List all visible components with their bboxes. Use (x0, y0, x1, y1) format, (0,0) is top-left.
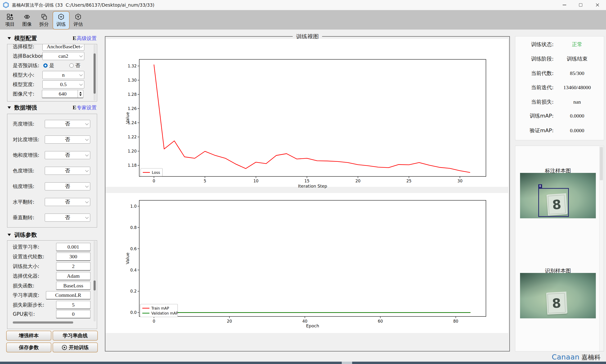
gpu-index-input[interactable]: 0 (56, 310, 90, 318)
field-row: 训练批大小: 2 (7, 262, 97, 270)
status-value-stage: 训练结束 (554, 55, 601, 63)
save-params-button[interactable]: 保存参数 (6, 342, 51, 352)
scrollbar-thumb[interactable] (94, 53, 96, 94)
scrollbar-thumb[interactable] (94, 281, 96, 290)
chevron-down-icon (85, 200, 89, 203)
model-select-dropdown[interactable]: AnchorBaseDet (42, 44, 84, 51)
tab-project[interactable]: 项目 (1, 11, 18, 30)
radio-label-yes: 是 (49, 62, 54, 69)
status-label: 当前迭代: (518, 84, 554, 91)
scrollbar-thumb[interactable] (600, 147, 603, 180)
spin-down-icon (79, 94, 82, 96)
input-value: 300 (69, 254, 77, 260)
saturation-dropdown[interactable]: 否 (45, 151, 90, 159)
button-label: 学习率曲线 (63, 332, 88, 339)
taskbar-item[interactable] (342, 362, 352, 364)
augment-sample-button[interactable]: 增强样本 (6, 331, 51, 341)
vflip-dropdown[interactable]: 否 (45, 214, 90, 222)
field-label: 选择优化器: (13, 273, 39, 279)
input-value: 5 (72, 302, 75, 308)
section-model-config-header: 模型配置 E 高级设置 (4, 35, 96, 42)
lr-curve-button[interactable]: 学习率曲线 (53, 331, 98, 341)
collapse-arrow-icon[interactable] (8, 37, 11, 39)
map-figure-canvas (106, 193, 508, 333)
train-params-scrollbar[interactable] (94, 241, 96, 321)
recognized-sample-image: 8 (520, 273, 596, 318)
status-label: 验证mAP: (518, 127, 554, 134)
loss-refresh-step-input[interactable]: 5 (56, 301, 90, 309)
status-value-val-map: 0.0000 (554, 128, 601, 134)
tab-split[interactable]: 拆分 (36, 11, 53, 30)
field-row: 模型大小: n (7, 71, 97, 79)
dropdown-value: 否 (65, 183, 70, 190)
status-row: 训练mAP: 0.0000 (518, 112, 601, 119)
status-value-state: 正常 (554, 41, 601, 48)
field-row-pretrain: 是否预训练: 是 否 (7, 62, 97, 69)
batch-size-input[interactable]: 2 (56, 262, 90, 271)
loss-function-input[interactable]: BaseLoss (56, 282, 90, 290)
minimize-button[interactable] (557, 0, 572, 10)
field-row: 损失函数: BaseLoss (7, 282, 97, 290)
lr-scheduler-input[interactable]: CommonLR (46, 291, 90, 299)
brightness-dropdown[interactable]: 否 (45, 120, 90, 128)
tab-image-label: 图像 (22, 21, 32, 27)
app-logo-icon (3, 2, 9, 8)
sharpness-dropdown[interactable]: 否 (45, 182, 90, 190)
input-value: 0 (72, 311, 75, 317)
field-row: 选择模型: AnchorBaseDet (7, 44, 97, 51)
optimizer-input[interactable]: Adam (56, 272, 90, 280)
main-toolbar: 项目 图像 拆分 训练 (0, 10, 606, 30)
restore-button[interactable] (573, 0, 588, 10)
status-label: 训练mAP: (518, 112, 554, 119)
expert-settings-link[interactable]: E 专家设置 (73, 104, 96, 111)
annotated-sample-image: 8 8 (520, 173, 596, 218)
section-title: 训练参数 (14, 231, 37, 239)
pretrain-no-radio[interactable] (69, 63, 74, 68)
status-label: 训练阶段: (518, 55, 554, 63)
spinbox-arrows[interactable] (78, 90, 83, 98)
chevron-down-icon (85, 122, 89, 125)
status-value-epoch: 85/300 (554, 70, 601, 76)
field-label: 学习率调度: (13, 292, 39, 299)
horizontal-scrollbar-thumb[interactable] (13, 321, 73, 324)
field-row: 设置学习率: 0.001 (7, 243, 97, 251)
epochs-input[interactable]: 300 (56, 253, 90, 261)
field-row: 选择优化器: Adam (7, 272, 97, 280)
contrast-dropdown[interactable]: 否 (45, 136, 90, 143)
backbone-select-dropdown[interactable]: can2 (42, 52, 84, 60)
taskbar-strip (0, 362, 606, 364)
app-window: 嘉楠AI算法平台-训练 (33 C:/Users/86137/Desktop/a… (0, 0, 606, 364)
collapse-arrow-icon[interactable] (8, 234, 11, 236)
image-layers-icon (24, 13, 30, 20)
train-chip-icon (58, 13, 64, 20)
tab-evaluate[interactable]: 评估 (70, 11, 87, 30)
input-value: CommonLR (55, 292, 81, 298)
samples-scrollbar[interactable] (599, 146, 604, 351)
image-size-spinbox[interactable]: 640 (42, 90, 83, 98)
samples-panel: 标注样本图 8 8 识别样本图 8 (515, 146, 604, 351)
hue-dropdown[interactable]: 否 (45, 167, 90, 175)
field-label: 模型大小: (13, 72, 34, 78)
tab-train[interactable]: 训练 (53, 11, 70, 30)
section-title: 数据增强 (14, 104, 37, 111)
dropdown-value: 否 (65, 136, 70, 143)
input-value: BaseLoss (63, 283, 83, 289)
advanced-settings-link[interactable]: E 高级设置 (73, 35, 96, 42)
field-label: 设置学习率: (13, 244, 39, 250)
model-width-dropdown[interactable]: 0.5 (42, 80, 84, 89)
start-training-button[interactable]: 开始训练 (53, 342, 98, 352)
collapse-arrow-icon[interactable] (8, 106, 11, 109)
close-button[interactable] (590, 0, 605, 10)
tab-image[interactable]: 图像 (18, 11, 36, 30)
hflip-dropdown[interactable]: 否 (45, 198, 90, 206)
field-label: 模型宽度: (13, 81, 34, 88)
field-label: 锐度增强: (13, 183, 34, 190)
model-config-scrollbar[interactable] (94, 45, 96, 101)
model-size-dropdown[interactable]: n (42, 71, 84, 79)
pretrain-yes-radio[interactable] (43, 63, 48, 68)
dropdown-value: 否 (65, 120, 70, 128)
digit-card: 8 (546, 292, 567, 314)
bounding-box: 8 (538, 188, 569, 217)
learning-rate-input[interactable]: 0.001 (56, 243, 90, 251)
dropdown-value: 0.5 (60, 81, 67, 88)
